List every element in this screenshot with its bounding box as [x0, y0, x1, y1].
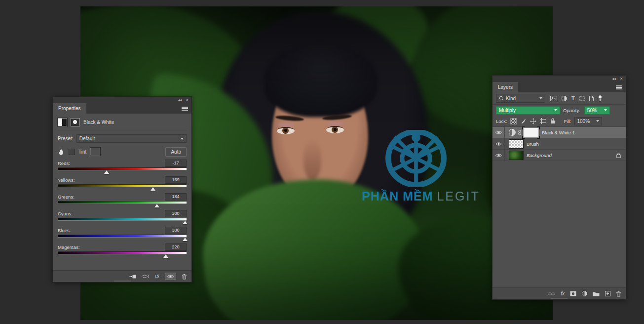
layer-row-brush[interactable]: Brush	[492, 138, 626, 150]
slider-thumb[interactable]	[163, 254, 168, 258]
blend-mode-value: Multiply	[499, 108, 516, 113]
slider-thumb[interactable]	[183, 221, 188, 224]
filter-shape-icon[interactable]	[579, 96, 585, 101]
slider-track[interactable]	[58, 235, 187, 237]
slider-label: Blues:	[58, 228, 71, 233]
properties-panel-chrome: ◂◂ ×	[53, 97, 191, 103]
tab-layers[interactable]: Layers	[492, 82, 518, 92]
layer-mask-thumbnail[interactable]	[523, 127, 539, 138]
auto-button[interactable]: Auto	[165, 147, 187, 157]
slider-yellows: Yellows: 169	[58, 176, 187, 191]
layer-visibility-cell[interactable]	[492, 127, 505, 138]
photoshop-workspace: PHẦN MỀM LEGIT ◂◂ × Properties Black & W…	[0, 0, 644, 324]
layer-visibility-cell[interactable]	[492, 138, 505, 149]
toggle-visibility-icon[interactable]	[165, 273, 176, 280]
slider-value-input[interactable]: 184	[165, 193, 187, 201]
lock-icons	[510, 118, 555, 124]
slider-thumb[interactable]	[104, 170, 109, 174]
slider-cyans: Cyans: 300	[58, 210, 187, 224]
add-mask-icon[interactable]	[570, 291, 576, 296]
new-group-icon[interactable]	[593, 291, 600, 296]
chevron-down-icon	[554, 109, 557, 111]
adjustment-layer-icon	[509, 129, 516, 136]
layer-filter-row: Kind T	[492, 92, 626, 105]
slider-track[interactable]	[58, 218, 187, 220]
layer-row-background[interactable]: Background	[492, 150, 626, 161]
watermark-brand-primary: PHẦN MỀM	[362, 189, 433, 203]
layer-list: Black & White 1 Brush Background	[492, 127, 626, 161]
blend-mode-dropdown[interactable]: Multiply	[496, 106, 560, 115]
add-adjustment-icon[interactable]	[582, 291, 587, 296]
watermark-logo	[384, 130, 448, 187]
slider-track[interactable]	[58, 202, 187, 203]
panel-resize-grip[interactable]	[551, 298, 568, 299]
layer-row-black-white[interactable]: Black & White 1	[492, 127, 626, 138]
filter-smart-object-icon[interactable]	[589, 96, 594, 101]
collapse-panel-icon[interactable]: ◂◂	[178, 98, 182, 102]
filter-image-icon[interactable]	[550, 96, 557, 101]
slider-value-input[interactable]: 300	[165, 227, 187, 234]
layer-name[interactable]: Brush	[527, 141, 539, 147]
slider-blues: Blues: 300	[58, 227, 187, 241]
slider-value-input[interactable]: 300	[165, 210, 187, 217]
link-layers-icon[interactable]	[548, 292, 555, 296]
photo-eye-left	[277, 127, 295, 134]
panel-menu-icon[interactable]	[616, 85, 622, 86]
lock-transparency-icon[interactable]	[510, 118, 517, 124]
opacity-dropdown[interactable]: 50%	[584, 106, 610, 115]
layer-thumbnail[interactable]	[509, 139, 524, 149]
filter-kind-dropdown[interactable]: Kind	[496, 94, 545, 103]
targeted-adjustment-icon[interactable]	[58, 148, 65, 156]
tint-color-swatch[interactable]	[90, 147, 101, 156]
search-icon	[499, 96, 504, 101]
filter-type-icon[interactable]: T	[571, 95, 575, 101]
lock-position-icon[interactable]	[530, 118, 536, 124]
photo-eye-right	[326, 126, 344, 133]
layer-mask-link-icon[interactable]	[518, 130, 521, 135]
panel-menu-icon[interactable]	[182, 107, 188, 108]
slider-thumb[interactable]	[151, 187, 155, 191]
layer-list-empty-area[interactable]	[492, 161, 626, 287]
lock-all-icon[interactable]	[550, 118, 555, 124]
close-panel-icon[interactable]: ×	[186, 98, 189, 103]
layer-thumbnail[interactable]	[509, 151, 524, 160]
layers-panel-chrome: ◂◂ ×	[492, 76, 626, 82]
lock-artboard-icon[interactable]	[540, 118, 546, 124]
fill-dropdown[interactable]: 100%	[574, 117, 602, 125]
chevron-down-icon	[596, 120, 599, 122]
slider-track[interactable]	[58, 168, 187, 170]
slider-label: Greens:	[58, 194, 75, 200]
new-layer-icon[interactable]	[605, 291, 610, 296]
slider-thumb[interactable]	[154, 204, 159, 207]
tab-properties[interactable]: Properties	[53, 103, 86, 114]
tint-checkbox[interactable]	[69, 149, 75, 155]
opacity-value: 50%	[587, 108, 597, 113]
delete-layer-icon[interactable]	[616, 291, 621, 297]
delete-adjustment-icon[interactable]	[182, 274, 187, 280]
layer-style-icon[interactable]: fx	[561, 291, 565, 296]
reset-adjustment-icon[interactable]: ↺	[154, 274, 159, 280]
layer-name[interactable]: Black & White 1	[542, 130, 575, 135]
preset-dropdown[interactable]: Default	[76, 134, 187, 143]
photo-bangs	[264, 44, 378, 117]
slider-track[interactable]	[58, 185, 187, 187]
filter-toggle-icon[interactable]	[598, 95, 602, 102]
clip-to-layer-icon[interactable]	[129, 274, 136, 279]
slider-value-input[interactable]: -17	[165, 160, 187, 167]
layer-visibility-cell[interactable]	[492, 150, 505, 161]
slider-value-input[interactable]: 169	[165, 176, 187, 184]
chevron-down-icon	[181, 138, 184, 140]
lock-paint-icon[interactable]	[521, 119, 526, 124]
collapse-panel-icon[interactable]: ◂◂	[612, 77, 616, 81]
slider-thumb[interactable]	[183, 238, 188, 241]
panel-resize-grip[interactable]	[114, 281, 131, 282]
slider-value-input[interactable]: 220	[165, 243, 187, 251]
layers-panel: ◂◂ × Layers Kind T	[492, 75, 626, 300]
lock-row: Lock: Fill: 100%	[492, 116, 626, 127]
slider-track[interactable]	[58, 252, 187, 254]
filter-adjustment-icon[interactable]	[562, 96, 567, 101]
close-panel-icon[interactable]: ×	[620, 77, 623, 81]
layer-name[interactable]: Background	[527, 153, 552, 158]
slider-label: Magentas:	[58, 244, 79, 250]
view-previous-state-icon[interactable]	[142, 274, 149, 279]
